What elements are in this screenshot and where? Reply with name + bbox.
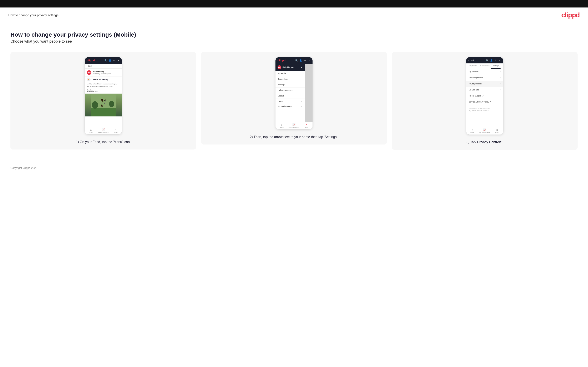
- step2-user-info: BM Blair McHarg: [277, 65, 294, 69]
- step3-item-helpsupport[interactable]: Help & Support ↗: [466, 93, 503, 99]
- step2-phone-nav: clippd 🔍 👤 ⚙ ▾: [276, 57, 312, 64]
- copyright-text: Copyright Clippd 2022: [10, 166, 37, 169]
- step2-menu-item-logout[interactable]: Logout: [276, 93, 305, 99]
- step2-chevron-up-icon: ▲: [301, 66, 303, 68]
- step3-home-label: Home: [470, 132, 474, 133]
- step3-menu-label: Menu: [495, 132, 499, 133]
- svg-rect-1: [91, 108, 116, 117]
- step-2-card: clippd 🔍 👤 ⚙ ▾: [201, 52, 387, 144]
- step1-avatar: BM: [87, 70, 91, 75]
- step1-lesson-title: Lesson with Fordy: [92, 78, 108, 81]
- svg-point-4: [101, 99, 103, 101]
- step3-chevron-icon: ▾: [498, 59, 501, 62]
- step-3-phone: < Back 🔍 👤 ⚙ ▾ My Profile Connections Se…: [466, 57, 503, 135]
- step1-nav-icons: 🔍 👤 ⚙ ▾: [104, 59, 120, 62]
- step2-nav-home: ⌂ Home: [276, 123, 288, 128]
- step3-perf-label: My Performance: [479, 132, 490, 133]
- step3-client-version: Clippd Client Version: 2022.8.3-3: [469, 107, 501, 109]
- steps-container: clippd 🔍 👤 ⚙ ▾ Feed BM: [10, 52, 578, 150]
- step3-nav-performance: 📈 My Performance: [478, 128, 491, 133]
- step1-feed-tab: Feed: [85, 64, 122, 69]
- step3-tab-myprofile[interactable]: My Profile: [468, 63, 479, 69]
- step3-bottom-nav: ⌂ Home 📈 My Performance ≡ Menu: [466, 127, 503, 134]
- step-3-caption: 3) Tap 'Privacy Controls'.: [467, 140, 503, 145]
- svg-point-3: [109, 101, 114, 107]
- step1-post-username: Blair McHarg: [93, 71, 111, 73]
- step1-duration-value: 01 hr : 30 min: [87, 91, 98, 93]
- step3-nav-home: ⌂ Home: [466, 128, 478, 133]
- svg-point-2: [92, 101, 98, 109]
- step1-menu-label: Menu: [114, 132, 118, 133]
- step1-nav-logo: clippd: [87, 59, 95, 62]
- step2-nav-menu: ✕ Menu: [300, 123, 312, 128]
- step2-nav-icons: 🔍 👤 ⚙ ▾: [295, 59, 311, 62]
- step3-tab-connections[interactable]: Connections: [479, 63, 491, 69]
- page-heading: How to change your privacy settings (Mob…: [10, 31, 578, 38]
- step2-menu-panel: BM Blair McHarg ▲ My Profile Connections…: [276, 64, 305, 122]
- step3-item-myaccount[interactable]: My Account ›: [466, 69, 503, 75]
- top-bar: [0, 0, 588, 8]
- step2-phone-body: BM Blair McHarg ▲ My Profile Connections…: [276, 64, 312, 122]
- step3-back-bar: < Back 🔍 👤 ⚙ ▾: [466, 57, 503, 63]
- step3-home-icon: ⌂: [472, 128, 473, 131]
- step3-item-privacycontrols[interactable]: Privacy Controls ›: [466, 81, 503, 87]
- step1-nav-menu: ≡ Menu: [110, 128, 122, 133]
- step1-phone-body: BM Blair McHarg Yesterday · Sunningdale …: [85, 69, 122, 127]
- step2-menu-item-connections[interactable]: Connections: [276, 76, 305, 82]
- step2-search-icon: 🔍: [295, 59, 298, 62]
- step2-nav-logo: clippd: [277, 59, 285, 62]
- step3-settings-body: My Account › Data Integrations › Privacy…: [466, 69, 503, 127]
- step-2-caption: 2) Then, tap the arrow next to your name…: [250, 134, 338, 140]
- step3-myaccount-chevron: ›: [500, 71, 501, 73]
- main-content: How to change your privacy settings (Mob…: [0, 23, 588, 162]
- step3-user-icon: 👤: [490, 59, 493, 62]
- performance-icon: 📈: [102, 128, 105, 131]
- step-1-card: clippd 🔍 👤 ⚙ ▾ Feed BM: [10, 52, 196, 150]
- step2-menu-item-myprofile[interactable]: My Profile: [276, 71, 305, 76]
- step1-duration: Duration 01 hr : 30 min: [85, 88, 122, 93]
- step2-menu-label: Menu: [305, 127, 308, 128]
- step2-user-icon: 👤: [299, 59, 302, 62]
- step2-chevron-icon: ▾: [308, 59, 311, 62]
- step2-menu-user-header: BM Blair McHarg ▲: [276, 64, 305, 71]
- step3-data-chevron: ›: [500, 77, 501, 79]
- menu-icon: ≡: [115, 128, 116, 131]
- step3-settings-tabs: My Profile Connections Settings: [466, 63, 503, 69]
- step1-description: Looking to feel like my hands are exitin…: [85, 82, 122, 88]
- step2-bottom-nav: ⌂ Home 📈 My Performance ✕ Menu: [276, 122, 312, 129]
- logo: clippd: [561, 11, 580, 19]
- lesson-icon: 🏌: [87, 78, 91, 81]
- step3-privacy-chevron: ›: [500, 83, 501, 85]
- header-title: How to change your privacy settings: [8, 13, 59, 17]
- step1-lesson-header: 🏌 Lesson with Fordy: [85, 76, 122, 82]
- step3-item-serviceprivacy[interactable]: Service & Privacy Policy ↗: [466, 99, 503, 105]
- step2-section-home[interactable]: Home ▾: [276, 99, 305, 104]
- home-icon: ⌂: [90, 128, 92, 131]
- step3-settings-icon: ⚙: [494, 59, 497, 62]
- step2-menu-item-settings[interactable]: Settings: [276, 82, 305, 88]
- step2-section-performance[interactable]: My Performance ▾: [276, 104, 305, 109]
- step3-back-button[interactable]: < Back: [468, 59, 474, 61]
- step-3-card: < Back 🔍 👤 ⚙ ▾ My Profile Connections Se…: [392, 52, 578, 150]
- step3-gql-version: GQL Server Version: 2022.7.30-1: [469, 109, 501, 112]
- step2-perf-icon: 📈: [292, 123, 295, 126]
- step1-golf-image: [85, 93, 122, 117]
- footer: Copyright Clippd 2022: [0, 162, 588, 174]
- step2-home-icon: ⌂: [281, 123, 282, 126]
- step2-home-chevron: ▾: [301, 100, 302, 102]
- step3-search-icon: 🔍: [486, 59, 489, 62]
- step3-tab-settings[interactable]: Settings: [491, 63, 501, 69]
- step1-duration-label: Duration: [87, 89, 93, 91]
- step1-nav-performance: 📈 My Performance: [97, 128, 109, 133]
- step3-item-mygolfbag[interactable]: My Golf Bag ›: [466, 87, 503, 93]
- step-1-caption: 1) On your Feed, tap the 'Menu' icon.: [76, 140, 130, 144]
- step1-post-header: BM Blair McHarg Yesterday · Sunningdale: [85, 69, 122, 75]
- search-icon: 🔍: [104, 59, 107, 62]
- step2-avatar: BM: [277, 65, 281, 69]
- step2-settings-icon: ⚙: [303, 59, 306, 62]
- step2-menu-item-help[interactable]: Help & Support ↗: [276, 88, 305, 93]
- step3-item-dataintegrations[interactable]: Data Integrations ›: [466, 75, 503, 81]
- step1-bottom-nav: ⌂ Home 📈 My Performance ≡ Menu: [85, 127, 122, 134]
- step2-perf-label: My Performance: [289, 127, 299, 128]
- step1-post-meta: Yesterday · Sunningdale: [93, 73, 111, 75]
